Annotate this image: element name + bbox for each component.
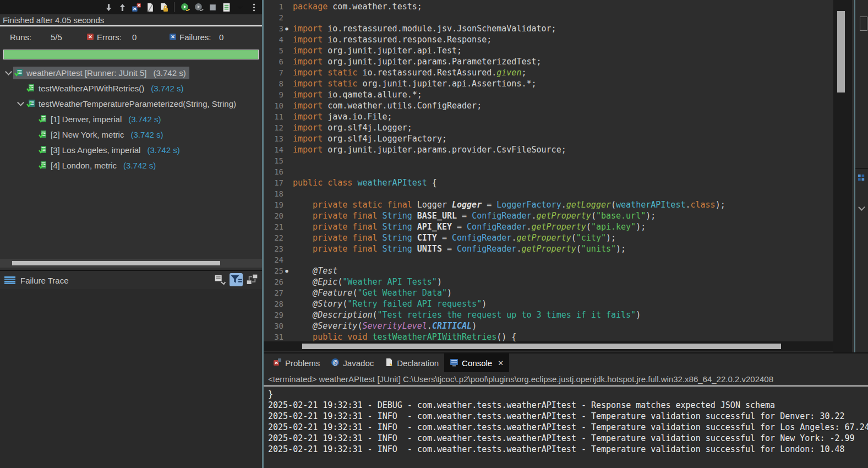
tab-problems[interactable]: Problems bbox=[268, 353, 325, 372]
outline-view-icon[interactable] bbox=[858, 173, 866, 182]
code-line[interactable]: 1package com.weather.tests; bbox=[264, 1, 833, 12]
code-line[interactable]: 21 private final String API_KEY = Config… bbox=[264, 221, 833, 232]
editor-hscroll-thumb[interactable] bbox=[302, 344, 781, 349]
line-number: 9 bbox=[264, 89, 283, 100]
show-skipped-tests-icon[interactable] bbox=[145, 2, 155, 12]
code-line[interactable]: 10import com.weather.utils.ConfigReader; bbox=[264, 100, 833, 111]
code-line[interactable]: 22 private final String CITY = ConfigRea… bbox=[264, 232, 833, 243]
code-text bbox=[290, 254, 293, 265]
code-line[interactable]: 4import io.restassured.response.Response… bbox=[264, 34, 833, 45]
code-line[interactable]: 13import org.slf4j.LoggerFactory; bbox=[264, 133, 833, 144]
editor-vertical-scrollbar[interactable] bbox=[833, 0, 852, 352]
test-elapsed-time: (3.742 s) bbox=[151, 84, 183, 93]
console-output[interactable]: }2025-02-21 19:32:31 - DEBUG - com.weath… bbox=[264, 389, 868, 468]
close-tab-icon[interactable]: ✕ bbox=[498, 359, 504, 367]
code-line[interactable]: 9import io.qameta.allure.*; bbox=[264, 89, 833, 100]
previous-failed-test-icon[interactable] bbox=[117, 2, 127, 12]
scroll-lock-icon[interactable] bbox=[159, 2, 168, 12]
compare-results-icon[interactable] bbox=[245, 273, 259, 286]
toolbar-separator bbox=[174, 2, 174, 12]
editor-vscroll-thumb[interactable] bbox=[837, 11, 845, 92]
code-line[interactable]: 17public class weatherAPItest { bbox=[264, 177, 833, 188]
fold-marker-icon[interactable]: ● bbox=[283, 265, 290, 276]
code-line[interactable]: 18 bbox=[264, 188, 833, 199]
failure-trace-menu-icon[interactable] bbox=[4, 276, 15, 284]
show-failures-only-icon[interactable] bbox=[131, 2, 141, 12]
tab-declaration[interactable]: Declaration bbox=[379, 353, 444, 372]
view-menu-icon[interactable] bbox=[235, 2, 245, 12]
code-line[interactable]: 11import java.io.File; bbox=[264, 111, 833, 122]
line-number: 11 bbox=[264, 111, 283, 122]
code-text: private final String UNITS = ConfigReade… bbox=[290, 243, 626, 254]
editor-horizontal-scrollbar[interactable] bbox=[264, 341, 833, 351]
tab-label: Declaration bbox=[397, 358, 439, 368]
line-number: 29 bbox=[264, 309, 283, 320]
code-line[interactable]: 24 bbox=[264, 254, 833, 265]
code-line[interactable]: 23 private final String UNITS = ConfigRe… bbox=[264, 243, 833, 254]
code-line[interactable]: 15 bbox=[264, 155, 833, 166]
fold-marker-spacer bbox=[283, 320, 290, 331]
failure-trace-body bbox=[0, 289, 262, 468]
code-text: import org.junit.jupiter.api.Test; bbox=[290, 45, 462, 56]
tab-console[interactable]: Console✕ bbox=[444, 353, 509, 372]
code-line[interactable]: 29 @Description("Test retries the reques… bbox=[264, 309, 833, 320]
test-tree-item[interactable]: [2] New York, metric(3.742 s) bbox=[0, 127, 262, 142]
code-line[interactable]: 20 private final String BASE_URL = Confi… bbox=[264, 210, 833, 221]
tree-scrollbar-thumb[interactable] bbox=[12, 261, 220, 265]
tab-javadoc[interactable]: @Javadoc bbox=[325, 353, 379, 372]
code-line[interactable]: 14import org.junit.jupiter.params.provid… bbox=[264, 144, 833, 155]
test-name: [1] Denver, imperial bbox=[51, 115, 122, 124]
test-tree-item[interactable]: weatherAPItest [Runner: JUnit 5](3.742 s… bbox=[0, 65, 262, 80]
code-line[interactable]: 7import static io.restassured.RestAssure… bbox=[264, 67, 833, 78]
rerun-failed-tests-icon[interactable] bbox=[194, 2, 204, 12]
code-line[interactable]: 8import static org.junit.jupiter.api.Ass… bbox=[264, 78, 833, 89]
filter-stack-trace-icon[interactable] bbox=[230, 273, 243, 286]
code-text bbox=[290, 12, 293, 23]
code-line[interactable]: 31 public void testWeatherAPIWithRetries… bbox=[264, 331, 833, 342]
next-failed-test-icon[interactable] bbox=[103, 2, 113, 12]
code-line[interactable]: 3●import io.restassured.module.jsv.JsonS… bbox=[264, 23, 833, 34]
test-case-icon bbox=[39, 161, 47, 170]
fold-marker-spacer bbox=[283, 78, 290, 89]
fold-marker-spacer bbox=[283, 166, 290, 177]
code-line[interactable]: 26 @Epic("Weather API Tests") bbox=[264, 276, 833, 287]
test-tree-item[interactable]: testWeatherTemperatureParameterized(Stri… bbox=[0, 96, 262, 111]
fold-marker-spacer bbox=[283, 34, 290, 45]
stop-junit-test-icon[interactable] bbox=[208, 2, 217, 12]
show-stacktrace-console-icon[interactable] bbox=[214, 273, 227, 286]
rerun-test-icon[interactable] bbox=[180, 2, 190, 12]
code-line[interactable]: 30 @Severity(SeverityLevel.CRITICAL) bbox=[264, 320, 833, 331]
code-line[interactable]: 6import org.junit.jupiter.params.Paramet… bbox=[264, 56, 833, 67]
code-text: import org.slf4j.Logger; bbox=[290, 122, 412, 133]
code-text: import io.restassured.module.jsv.JsonSch… bbox=[290, 23, 556, 34]
tree-expand-chevron-icon[interactable] bbox=[15, 102, 25, 105]
java-editor[interactable]: 1package com.weather.tests;23●import io.… bbox=[264, 0, 833, 352]
failures-value: 0 bbox=[219, 32, 223, 42]
test-tree-item[interactable]: testWeatherAPIWithRetries()(3.742 s) bbox=[0, 80, 262, 96]
test-elapsed-time: (3.742 s) bbox=[123, 161, 156, 170]
junit-toolbar bbox=[0, 0, 262, 14]
code-line[interactable]: 25● @Test bbox=[264, 265, 833, 276]
more-actions-icon[interactable] bbox=[249, 2, 259, 12]
code-line[interactable]: 2 bbox=[264, 12, 833, 23]
code-line[interactable]: 28 @Story("Retry failed API requests") bbox=[264, 298, 833, 309]
chevron-down-icon[interactable] bbox=[858, 204, 865, 211]
test-row-content: testWeatherAPIWithRetries()(3.742 s) bbox=[25, 82, 187, 95]
test-tree-item[interactable]: [1] Denver, imperial(3.742 s) bbox=[0, 111, 262, 127]
code-line[interactable]: 12import org.slf4j.Logger; bbox=[264, 122, 833, 133]
test-tree-item[interactable]: [4] London, metric(3.742 s) bbox=[0, 157, 262, 173]
test-tree-item[interactable]: [3] Los Angeles, imperial(3.742 s) bbox=[0, 142, 262, 157]
line-number: 21 bbox=[264, 221, 283, 232]
code-text: import org.junit.jupiter.params.Paramete… bbox=[290, 56, 542, 67]
fold-marker-icon[interactable]: ● bbox=[283, 23, 290, 34]
code-line[interactable]: 16 bbox=[264, 166, 833, 177]
code-line[interactable]: 5import org.junit.jupiter.api.Test; bbox=[264, 45, 833, 56]
tree-horizontal-scrollbar[interactable] bbox=[0, 259, 262, 268]
test-run-history-icon[interactable] bbox=[221, 2, 231, 12]
test-name: testWeatherTemperatureParameterized(Stri… bbox=[39, 99, 236, 108]
code-line[interactable]: 19 private static final Logger Logger = … bbox=[264, 199, 833, 210]
tree-expand-chevron-icon[interactable] bbox=[3, 72, 13, 74]
fold-marker-spacer bbox=[283, 122, 290, 133]
code-line[interactable]: 27 @Feature("Get Weather Data") bbox=[264, 287, 833, 298]
code-text bbox=[290, 155, 293, 166]
